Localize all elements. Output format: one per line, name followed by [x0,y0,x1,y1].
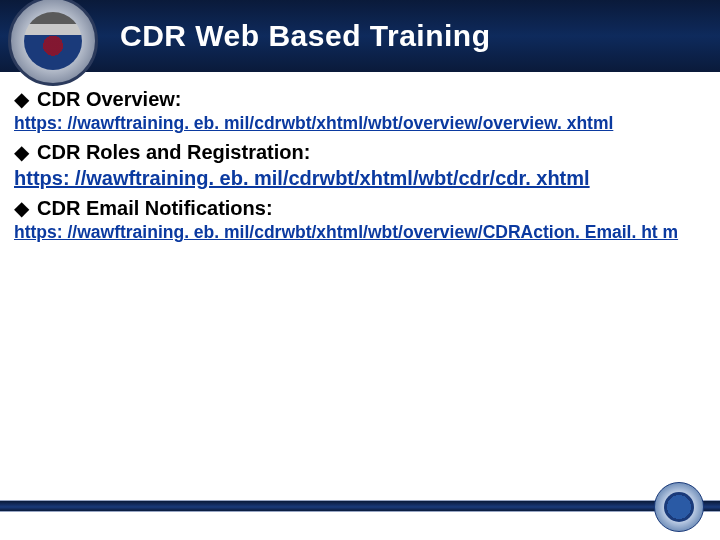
bullet-icon: ◆ [14,142,29,162]
footer-seal-icon [654,482,704,532]
bullet-label: CDR Overview: [37,88,182,111]
bullet-label: CDR Email Notifications: [37,197,273,220]
header-seal-icon [8,0,98,86]
roles-link[interactable]: https: //wawftraining. eb. mil/cdrwbt/xh… [14,166,706,191]
bullet-item: ◆ CDR Roles and Registration: [14,141,706,164]
slide-title: CDR Web Based Training [120,19,491,53]
email-link[interactable]: https: //wawftraining. eb. mil/cdrwbt/xh… [14,222,706,244]
footer-band [0,500,720,512]
bullet-icon: ◆ [14,89,29,109]
overview-link[interactable]: https: //wawftraining. eb. mil/cdrwbt/xh… [14,113,706,135]
bullet-label: CDR Roles and Registration: [37,141,310,164]
bullet-item: ◆ CDR Overview: [14,88,706,111]
bullet-icon: ◆ [14,198,29,218]
header-band: CDR Web Based Training [0,0,720,72]
slide-content: ◆ CDR Overview: https: //wawftraining. e… [0,72,720,244]
bullet-item: ◆ CDR Email Notifications: [14,197,706,220]
